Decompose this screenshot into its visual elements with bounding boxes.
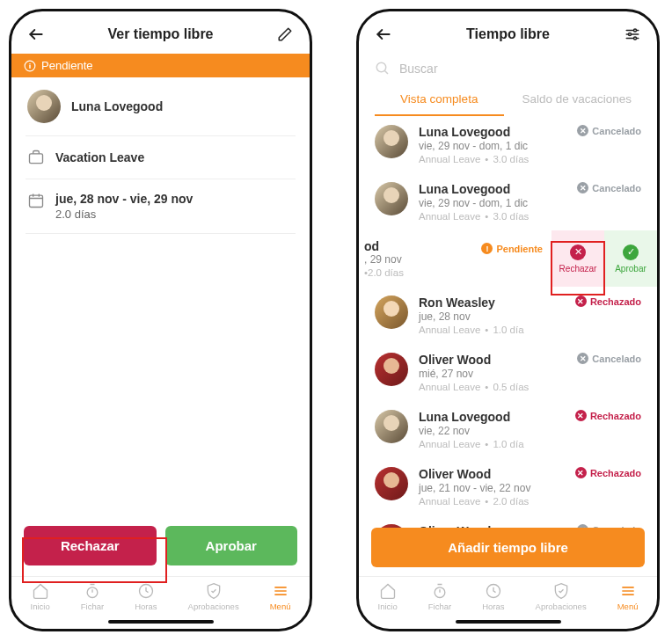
search-placeholder: Buscar — [399, 62, 438, 76]
tab-bar: Inicio Fichar Horas Aprobaciones Menú — [359, 576, 657, 615]
add-time-off-button[interactable]: Añadir tiempo libre — [371, 528, 645, 567]
avatar — [375, 353, 408, 386]
status-badge: ✕Rechazado — [575, 295, 641, 307]
list-item[interactable]: Oliver Wood ✕Cancelado — [359, 515, 657, 528]
tab-full-view[interactable]: Vista completa — [375, 85, 504, 116]
request-list: Luna Lovegood vie, 29 nov - dom, 1 dic A… — [359, 116, 657, 528]
swipe-approve-button[interactable]: ✓ Aprobar — [604, 230, 657, 287]
view-tabs: Vista completa Saldo de vacaciones — [359, 82, 657, 116]
calendar-icon — [27, 192, 45, 209]
tab-bar: Inicio Fichar Horas Aprobaciones Menú — [11, 576, 310, 615]
svg-point-23 — [376, 62, 386, 72]
tab-hours[interactable]: Horas — [135, 582, 157, 611]
avatar — [375, 467, 408, 500]
svg-point-18 — [634, 29, 637, 32]
tab-home[interactable]: Inicio — [378, 582, 398, 611]
action-buttons: Rechazar Aprobar — [11, 526, 310, 576]
banner-text: Pendiente — [41, 59, 93, 72]
briefcase-icon — [27, 149, 45, 166]
approve-button[interactable]: Aprobar — [165, 526, 298, 565]
status-banner: Pendiente — [11, 54, 310, 77]
info-icon — [24, 60, 36, 72]
header: Tiempo libre — [359, 11, 657, 54]
avatar — [375, 524, 408, 528]
tab-balance[interactable]: Saldo de vacaciones — [513, 85, 642, 116]
tab-home[interactable]: Inicio — [31, 582, 50, 611]
tab-clock[interactable]: Fichar — [428, 582, 451, 611]
svg-line-24 — [384, 70, 388, 74]
home-indicator — [456, 620, 561, 624]
search-icon — [375, 61, 391, 77]
avatar — [375, 182, 408, 215]
close-icon: ✕ — [570, 244, 586, 260]
list-item[interactable]: Ron Weasley jue, 28 nov Annual Leave•1.0… — [359, 287, 657, 344]
tab-hours[interactable]: Horas — [482, 582, 504, 611]
status-badge: ✕Cancelado — [577, 353, 641, 364]
status-badge: ✕Cancelado — [577, 182, 641, 193]
status-badge: ✕Cancelado — [577, 524, 641, 528]
page-title: Tiempo libre — [466, 26, 550, 42]
page-title: Ver tiempo libre — [107, 26, 213, 42]
home-indicator — [108, 620, 214, 624]
status-badge: ✕Rechazado — [575, 410, 641, 421]
list-item[interactable]: Luna Lovegood vie, 29 nov - dom, 1 dic A… — [359, 173, 657, 230]
tab-approvals[interactable]: Aprobaciones — [188, 582, 239, 611]
back-button[interactable] — [26, 24, 47, 45]
back-button[interactable] — [373, 24, 394, 45]
tab-menu[interactable]: Menú — [617, 582, 639, 611]
avatar — [375, 410, 408, 443]
tab-menu[interactable]: Menú — [270, 582, 291, 611]
avatar — [375, 295, 408, 329]
check-icon: ✓ — [623, 244, 639, 260]
svg-rect-5 — [30, 195, 43, 207]
list-item[interactable]: Oliver Wood jue, 21 nov - vie, 22 nov An… — [359, 458, 657, 515]
header: Ver tiempo libre — [11, 11, 310, 54]
duration: 2.0 días — [55, 208, 193, 221]
svg-point-20 — [629, 33, 632, 36]
list-item[interactable]: Luna Lovegood vie, 29 nov - dom, 1 dic A… — [359, 116, 657, 173]
avatar — [27, 90, 61, 123]
phone-detail-view: Ver tiempo libre Pendiente Luna Lovegood… — [9, 9, 312, 631]
leave-type-row: Vacation Leave — [11, 136, 310, 179]
list-item[interactable]: Oliver Wood mié, 27 nov Annual Leave•0.5… — [359, 344, 657, 401]
date-row: jue, 28 nov - vie, 29 nov 2.0 días — [11, 179, 310, 233]
tab-approvals[interactable]: Aprobaciones — [536, 582, 587, 611]
reject-button[interactable]: Rechazar — [24, 526, 157, 565]
svg-rect-4 — [30, 154, 43, 164]
list-item[interactable]: Luna Lovegood vie, 22 nov Annual Leave•1… — [359, 401, 657, 458]
date-range: jue, 28 nov - vie, 29 nov — [55, 192, 193, 206]
status-badge: ✕Cancelado — [577, 125, 641, 136]
search-bar[interactable]: Buscar — [359, 54, 657, 82]
swipe-reject-button[interactable]: ✕ Rechazar — [551, 230, 604, 287]
tab-clock[interactable]: Fichar — [81, 582, 104, 611]
status-badge: ✕Rechazado — [575, 467, 641, 478]
user-name: Luna Lovegood — [71, 99, 163, 113]
filter-button[interactable] — [622, 24, 643, 45]
status-pending: !Pendiente — [481, 243, 543, 254]
phone-list-view: Tiempo libre Buscar Vista completa Saldo… — [356, 9, 660, 631]
leave-type: Vacation Leave — [55, 150, 144, 164]
user-row: Luna Lovegood — [11, 77, 310, 135]
swiped-list-item[interactable]: od , 29 nov •2.0 días !Pendiente ✕ Recha… — [359, 230, 657, 287]
edit-button[interactable] — [274, 24, 296, 45]
avatar — [375, 125, 408, 158]
svg-point-22 — [634, 37, 637, 40]
